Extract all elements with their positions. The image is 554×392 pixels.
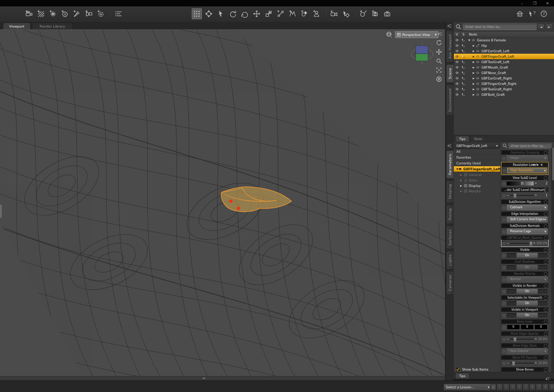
slider-plus[interactable]: ✛ — [533, 242, 535, 245]
lesson-step-6[interactable]: 6 — [529, 384, 535, 391]
param-dropdown[interactable]: Preserve Cage▼ — [507, 229, 547, 234]
param-scrollbar[interactable] — [551, 148, 554, 372]
node-selector-dropdown[interactable]: G8FFingerGraft_Left ▼ — [455, 143, 500, 149]
lesson-step-7[interactable]: 7 — [536, 384, 542, 391]
slider-minus[interactable]: − — [507, 338, 509, 341]
scene-node-g8fbutt-graft[interactable]: ▶G8FButt_Graft — [454, 92, 554, 97]
param-settings-icon[interactable] — [544, 260, 547, 264]
scene-node-g8ffingergraft-right[interactable]: ▶G8FFingerGraft_Right — [454, 81, 554, 86]
slider-knob[interactable] — [529, 241, 533, 246]
scene-node-hip[interactable]: ▶Hip — [454, 43, 554, 48]
visibility-eye-icon[interactable] — [454, 44, 460, 48]
close-button[interactable]: ✕ — [541, 0, 554, 7]
transfer-utility-icon[interactable] — [329, 8, 339, 19]
slider-knob[interactable] — [521, 181, 524, 185]
scene-node-g8ffingergraft-left[interactable]: ▶G8FFingerGraft_Left — [454, 54, 554, 59]
tab-environment[interactable]: Environment — [446, 85, 453, 115]
pane-menu-icon[interactable] — [446, 143, 453, 148]
selectable-cursor-icon[interactable] — [460, 44, 466, 48]
selectable-cursor-icon[interactable] — [460, 38, 466, 42]
expand-arrow-icon[interactable]: ▶ — [472, 50, 475, 53]
toggle-button[interactable]: On — [516, 289, 538, 294]
splitter-grip-icon[interactable]: ▴▾ — [203, 376, 205, 380]
param-settings-icon[interactable] — [544, 344, 547, 348]
expand-arrow-icon[interactable]: ▶ — [472, 93, 475, 96]
expand-arrow-icon[interactable]: ▶ — [472, 77, 475, 80]
scene-navigator-icon[interactable] — [192, 8, 202, 19]
param-group-currently-used[interactable]: Currently Used — [454, 160, 500, 166]
node-label[interactable]: G8FFingerGraft_Right — [481, 82, 516, 86]
param-settings-icon[interactable] — [544, 284, 547, 288]
color-channel-field[interactable]: 0 — [534, 324, 547, 330]
lesson-step-8[interactable]: 8 — [542, 384, 549, 391]
visibility-eye-icon[interactable] — [454, 93, 460, 97]
scene-node-g8feargraft-left[interactable]: ▶G8FEarGraft_Left — [454, 48, 554, 54]
slider-track[interactable] — [510, 363, 534, 364]
zoom-icon[interactable] — [435, 57, 443, 65]
param-dropdown[interactable]: Normal▼ — [507, 277, 547, 282]
expand-arrow-icon[interactable]: ▶ — [472, 55, 475, 58]
node-label[interactable]: G8FMouth_Graft — [481, 66, 508, 69]
tab-lights[interactable]: Lights — [446, 251, 453, 269]
slider-value[interactable]: 100.0% — [536, 242, 547, 245]
slider-track[interactable] — [510, 195, 534, 196]
camera-view-dropdown[interactable]: Perspective View ▼ — [395, 31, 439, 38]
param-settings-icon[interactable] — [544, 368, 547, 372]
param-settings-icon[interactable] — [544, 272, 547, 276]
visibility-eye-icon[interactable] — [454, 65, 460, 69]
param-settings-icon[interactable] — [544, 151, 547, 155]
home-view-icon[interactable] — [435, 75, 443, 83]
left-splitter-handle[interactable] — [0, 205, 2, 218]
selectable-cursor-icon[interactable] — [460, 54, 466, 58]
slider-plus[interactable]: ✛ — [535, 338, 537, 340]
toggle-button[interactable]: On — [516, 301, 538, 306]
tab-aux-viewport[interactable]: Aux Viewport — [446, 30, 453, 62]
new-point-light-icon[interactable] — [48, 8, 58, 19]
filter-prev-button[interactable]: ◄ — [538, 24, 545, 30]
scene-node-g8fmouth-graft[interactable]: ▶G8FMouth_Graft — [454, 65, 554, 70]
scene-node-g8ftoegraft-left[interactable]: ▶G8FToeGraft_Left — [454, 59, 554, 65]
slider-value[interactable]: 1 — [538, 194, 547, 197]
toggle-button[interactable]: On — [516, 313, 538, 318]
node-label[interactable]: Genesis 8 Female — [477, 38, 506, 42]
new-camera-view-icon[interactable] — [84, 8, 94, 19]
slider-minus[interactable]: − — [507, 194, 509, 197]
column-visible[interactable]: V — [454, 33, 460, 36]
param-subgroup-actor[interactable]: ▶Actor — [454, 177, 500, 183]
column-selectable[interactable]: S — [460, 33, 467, 36]
lesson-step-2[interactable]: 2 — [503, 384, 509, 391]
visibility-eye-icon[interactable] — [454, 87, 460, 91]
figure-setup-tool-icon[interactable] — [311, 8, 322, 19]
node-label[interactable]: G8FFingerGraft_Left — [481, 55, 514, 58]
expand-arrow-icon[interactable]: ▶ — [472, 66, 475, 69]
slider-track[interactable] — [510, 243, 532, 244]
slider-value[interactable]: 2 — [538, 182, 547, 185]
new-null-icon[interactable] — [96, 8, 106, 19]
tab-render-library[interactable]: Render Library — [32, 23, 73, 30]
param-settings-icon[interactable] — [544, 308, 547, 312]
param-subgroup-morphs[interactable]: ▶Morphs — [454, 188, 500, 194]
expand-arrow-icon[interactable]: ▶ — [472, 44, 475, 47]
lesson-grid-icon[interactable] — [490, 384, 496, 391]
param-dropdown[interactable]: Catmark▼ — [507, 205, 547, 210]
frame-icon[interactable] — [435, 66, 443, 74]
slider-minus[interactable]: − — [507, 242, 509, 245]
scene-node-g8feargraft-right[interactable]: ▶G8FEarGraft_Right — [454, 75, 554, 81]
visibility-eye-icon[interactable] — [454, 71, 460, 75]
slider-plus[interactable]: ✛ — [535, 182, 537, 185]
scale-tool-icon[interactable] — [264, 8, 274, 19]
param-settings-icon[interactable] — [544, 224, 547, 228]
slider-plus[interactable]: ✛ — [535, 362, 537, 364]
visibility-eye-icon[interactable] — [454, 38, 460, 42]
pane-menu-icon[interactable] — [446, 23, 453, 29]
node-label[interactable]: G8FToeGraft_Right — [481, 87, 512, 91]
lesson-step-9[interactable]: 9 — [549, 384, 554, 391]
toggle-button[interactable]: On — [516, 265, 538, 270]
selectable-cursor-icon[interactable] — [460, 82, 466, 86]
selectable-cursor-icon[interactable] — [460, 49, 466, 53]
expand-arrow-icon[interactable]: ▶ — [472, 88, 475, 91]
param-dropdown[interactable]: Axis Colored▼ — [507, 348, 547, 354]
param-settings-icon[interactable] — [544, 236, 547, 240]
twist-tool-icon[interactable] — [240, 8, 250, 19]
slider-track[interactable] — [507, 181, 534, 185]
